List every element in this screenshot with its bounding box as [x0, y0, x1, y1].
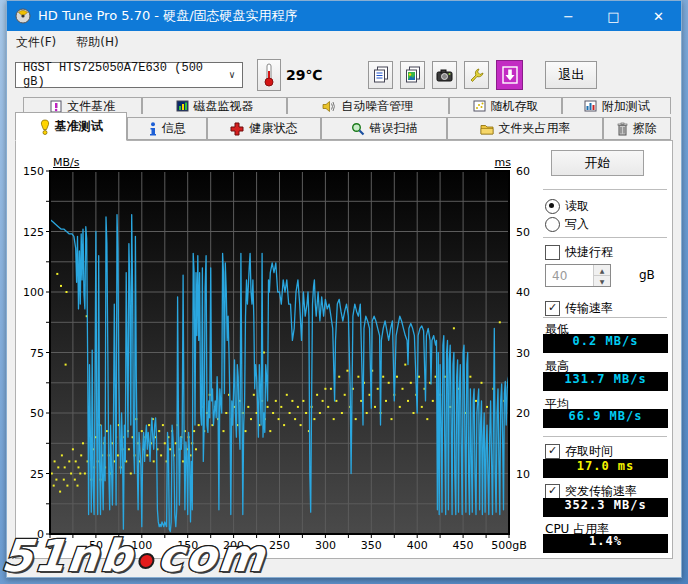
magnifier-icon	[351, 122, 365, 136]
read-radio-row[interactable]: 读取	[545, 198, 589, 215]
watermark-text: 51nb	[0, 530, 137, 581]
tab-label: 自动噪音管理	[341, 98, 413, 115]
tab-noise-management[interactable]: 自动噪音管理	[287, 97, 449, 114]
minimize-button[interactable]: −	[546, 1, 591, 31]
arrow-down-icon	[502, 66, 518, 84]
options-button[interactable]	[464, 61, 489, 89]
x-axis-tick: 250	[269, 539, 290, 552]
separator	[543, 189, 667, 190]
tab-label: 附加测试	[602, 98, 650, 115]
short-stroke-label: 快捷行程	[565, 244, 613, 261]
separator	[543, 317, 667, 318]
wrench-icon	[468, 67, 485, 84]
burst-rate-checkbox[interactable]: ✓	[545, 484, 560, 499]
drive-select-value: HGST HTS725050A7E630 (500 gB)	[23, 61, 229, 89]
window-title: HD Tune Pro 5.70 - 硬盘/固态硬盘实用程序	[38, 7, 298, 25]
left-axis-tick: 75	[30, 346, 44, 359]
x-axis-tick: 300	[315, 539, 336, 552]
transfer-rate-row[interactable]: ✓ 传输速率	[545, 300, 613, 317]
app-icon	[15, 8, 31, 24]
write-radio-row[interactable]: 写入	[545, 216, 589, 233]
trash-icon	[617, 122, 628, 136]
exit-button[interactable]: 退出	[545, 61, 597, 89]
left-axis-unit: MB/s	[53, 156, 79, 169]
tab-folder-usage[interactable]: 文件夹占用率	[447, 117, 602, 140]
app-window: HD Tune Pro 5.70 - 硬盘/固态硬盘实用程序 − □ ✕ 文件(…	[6, 0, 682, 578]
extra-tests-icon	[584, 100, 597, 112]
right-axis-tick: 30	[516, 346, 530, 359]
menu-file[interactable]: 文件(F)	[16, 34, 56, 51]
tab-row-primary: 基准测试 信息 健康状态 错误扫描	[7, 114, 681, 140]
tab-info[interactable]: 信息	[127, 117, 207, 140]
tab-erase[interactable]: 擦除	[603, 117, 671, 140]
chart-plot	[50, 171, 509, 534]
left-axis-tick: 150	[23, 165, 44, 178]
transfer-rate-checkbox[interactable]: ✓	[545, 301, 560, 316]
x-axis-tick: 350	[361, 539, 382, 552]
start-button-label: 开始	[585, 154, 611, 172]
left-axis-tick: 100	[23, 286, 44, 299]
x-axis-tick: 450	[453, 539, 474, 552]
drive-select[interactable]: HGST HTS725050A7E630 (500 gB) ∨	[15, 62, 243, 88]
access-time-checkbox[interactable]: ✓	[545, 444, 560, 459]
tab-label: 健康状态	[249, 120, 297, 137]
separator	[543, 436, 667, 437]
start-button[interactable]: 开始	[551, 150, 644, 176]
tab-disk-monitor[interactable]: 磁盘监视器	[142, 97, 287, 114]
stepper-up-icon[interactable]: ▲	[594, 265, 610, 276]
info-icon	[149, 122, 157, 136]
maximize-button[interactable]: □	[591, 1, 636, 31]
left-axis-tick: 25	[30, 467, 44, 480]
max-value-display: 131.7 MB/s	[543, 372, 668, 391]
tab-extra-tests[interactable]: 附加测试	[562, 97, 671, 114]
watermark-dot	[138, 553, 156, 569]
menu-help[interactable]: 帮助(H)	[76, 34, 118, 51]
separator	[543, 237, 667, 238]
benchmark-chart: MB/s ms 15012510075502506050403020100501…	[50, 171, 509, 534]
close-button[interactable]: ✕	[636, 1, 681, 31]
capacity-value: 40	[546, 265, 593, 286]
access-time-display: 17.0 ms	[543, 459, 668, 478]
right-axis-unit: ms	[495, 156, 511, 169]
capacity-unit: gB	[639, 268, 655, 282]
tab-benchmark[interactable]: 基准测试	[15, 112, 127, 141]
left-axis-tick: 50	[30, 407, 44, 420]
burst-rate-display: 352.3 MB/s	[543, 498, 668, 517]
tab-error-scan[interactable]: 错误扫描	[321, 117, 448, 140]
disk-monitor-icon	[176, 100, 189, 112]
temperature-button[interactable]	[257, 59, 281, 91]
tab-random-access[interactable]: 随机存取	[449, 97, 563, 114]
write-radio[interactable]	[545, 217, 560, 232]
cpu-usage-display: 1.4%	[543, 534, 668, 553]
min-value-display: 0.2 MB/s	[543, 334, 668, 353]
tab-label: 信息	[162, 120, 186, 137]
stepper-arrows[interactable]: ▲ ▼	[593, 265, 610, 286]
short-stroke-row[interactable]: 快捷行程	[545, 244, 613, 261]
benchmark-icon	[40, 119, 50, 135]
file-benchmark-icon	[50, 100, 62, 113]
capacity-stepper[interactable]: 40 ▲ ▼	[545, 264, 611, 287]
avg-value-display: 66.9 MB/s	[543, 409, 668, 428]
copy-image-icon	[405, 66, 421, 84]
speaker-icon	[322, 100, 336, 113]
left-axis-tick: 125	[23, 225, 44, 238]
exit-button-label: 退出	[558, 66, 584, 84]
screenshot-button[interactable]	[432, 61, 457, 89]
copy-image-button[interactable]	[400, 61, 425, 89]
access-time-row[interactable]: ✓ 存取时间	[545, 443, 613, 460]
watermark-text: com	[155, 530, 269, 581]
benchmark-content: MB/s ms 15012510075502506050403020100501…	[15, 140, 673, 559]
transfer-rate-label: 传输速率	[565, 300, 613, 317]
right-axis-tick: 40	[516, 286, 530, 299]
x-axis-tick: 500gB	[491, 539, 527, 552]
copy-text-button[interactable]	[368, 61, 393, 89]
thermometer-icon	[264, 63, 274, 87]
short-stroke-checkbox[interactable]	[545, 245, 560, 260]
tab-label: 错误扫描	[370, 120, 418, 137]
tab-health[interactable]: 健康状态	[207, 117, 320, 140]
chevron-down-icon: ∨	[229, 69, 235, 81]
read-radio[interactable]	[545, 199, 560, 214]
right-axis-tick: 10	[516, 467, 530, 480]
stepper-down-icon[interactable]: ▼	[594, 276, 610, 286]
save-screenshot-button[interactable]	[496, 60, 523, 90]
